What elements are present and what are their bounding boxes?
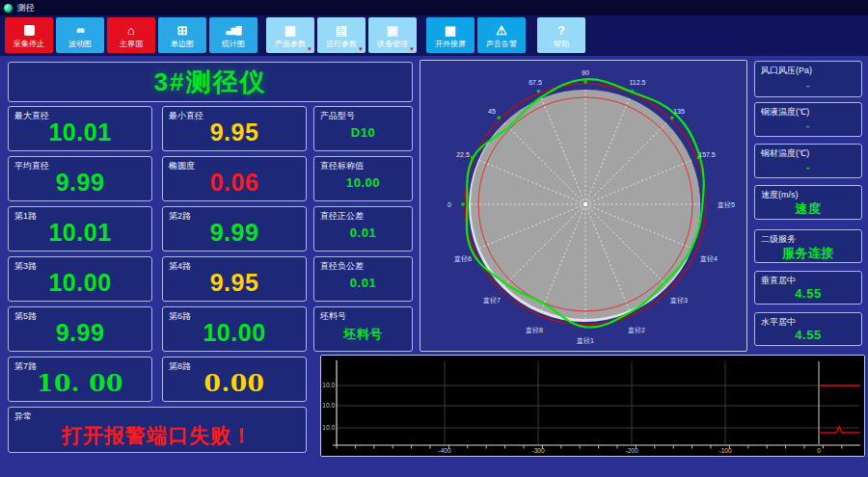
wave-chart-button[interactable]: ılıllı 波动图 <box>56 17 104 53</box>
sound-alarm-button[interactable]: ⚠ 声音告警 <box>477 17 526 53</box>
polar-angle-label: 45 <box>488 108 496 115</box>
button-label: 单边图 <box>171 40 194 48</box>
polar-diameter-label: 直径4 <box>700 255 718 263</box>
single-edge-chart-button[interactable]: ⊞ 单边图 <box>158 17 206 53</box>
trend-x-label: -100 <box>719 447 731 454</box>
trend-y-label: 10.0 <box>322 382 335 388</box>
polar-angle-label: 67.5 <box>529 79 542 86</box>
button-label: 声音告警 <box>486 40 517 48</box>
cross-section-polar-chart: 0 22.5 45 67.5 90 112.5 135 157.5 直径5 直径… <box>420 61 746 351</box>
window-title: 测径 <box>17 4 35 13</box>
cell-value: 4.55 <box>755 328 861 342</box>
dropdown-arrow-icon: ▼ <box>409 46 415 52</box>
waveform-icon: ılıllı <box>76 23 83 38</box>
dropdown-arrow-icon: ▼ <box>307 46 312 52</box>
polar-diameter-label: 直径2 <box>628 327 645 334</box>
trend-x-label: 0 <box>817 447 821 454</box>
button-label: 主界面 <box>120 40 143 48</box>
button-label: 采集停止 <box>14 40 44 48</box>
cell-ovality: 椭圆度 0.06 <box>162 156 307 201</box>
screen-icon: ▩ <box>445 23 456 38</box>
dropdown-arrow-icon: ▼ <box>358 46 364 52</box>
sensor-wind-pressure: 风口风压(Pa) - <box>754 61 862 97</box>
help-icon: ? <box>557 23 565 38</box>
trend-x-label: -200 <box>625 447 637 454</box>
siren-icon: ⚠ <box>496 23 507 38</box>
trend-panel: 10.0 10.0 10.0 -400 -300 -200 -100 0 <box>320 355 865 457</box>
polar-diameter-label: 直径5 <box>718 201 735 209</box>
trend-x-label: -300 <box>531 447 544 454</box>
stop-capture-button[interactable]: 采集停止 <box>5 17 53 53</box>
cell-channel-7: 第7路 10. 00 <box>8 357 152 402</box>
cell-value: 0.00 <box>163 369 306 397</box>
bar-chart-icon: ▃▆█ <box>227 23 241 38</box>
polar-diameter-label: 直径3 <box>670 297 688 305</box>
button-label: 帮助 <box>554 40 569 48</box>
diameter-gauge-app: { "window": { "title": "测径" }, "toolbar"… <box>0 0 868 477</box>
cell-value: 服务连接 <box>755 245 861 262</box>
cell-value: - <box>755 119 861 131</box>
polar-angle-label: 90 <box>582 69 589 76</box>
cell-label: 坯料号 <box>320 310 346 323</box>
device-manage-button[interactable]: ▣ 设备管理 ▼ <box>368 17 417 53</box>
alarm-message: 打开报警端口失败！ <box>9 422 306 449</box>
quad-view-icon: ⊞ <box>177 23 188 38</box>
polar-angle-label: 135 <box>673 108 685 115</box>
polar-angle-label: 0 <box>448 201 451 208</box>
cell-channel-6: 第6路 10.00 <box>162 306 307 352</box>
device-icon: ▣ <box>387 23 398 38</box>
cell-channel-1: 第1路 10.01 <box>8 206 152 252</box>
button-label: 统计图 <box>222 40 245 48</box>
cell-value: 坯料号 <box>314 326 412 343</box>
cell-max-diameter: 最大直径 10.01 <box>8 106 152 151</box>
cell-value: 0.01 <box>314 225 412 240</box>
trend-x-label: -400 <box>438 447 450 454</box>
product-params-button[interactable]: ▦ 产品参数 ▼ <box>266 17 314 53</box>
cell-value: 10.00 <box>9 269 151 297</box>
statistics-chart-button[interactable]: ▃▆█ 统计图 <box>209 17 258 53</box>
cell-value: 9.95 <box>163 269 306 297</box>
sensor-copper-material-temp: 铜材温度(℃) - <box>754 144 862 178</box>
polar-angle-label: 112.5 <box>630 79 646 86</box>
cell-value: D10 <box>314 125 412 140</box>
cell-value: - <box>755 161 861 172</box>
cell-nominal-diameter: 直径标称值 10.00 <box>313 156 413 201</box>
cell-value: 4.55 <box>755 286 861 301</box>
cell-value: 10.00 <box>314 175 412 190</box>
cell-value: 10. 00 <box>9 369 151 397</box>
cell-value: 0.06 <box>163 169 306 197</box>
cell-value: - <box>755 79 861 91</box>
center-point <box>583 202 587 206</box>
cell-value: 10.00 <box>163 319 306 347</box>
app-icon <box>4 4 13 13</box>
gauge-title: 3#测径仪 <box>8 62 413 102</box>
cell-tolerance-plus: 直径正公差 0.01 <box>313 206 413 252</box>
help-button[interactable]: ? 帮助 <box>537 17 585 53</box>
horizontal-centering: 水平居中 4.55 <box>754 312 862 346</box>
polar-diameter-label: 直径8 <box>526 327 543 334</box>
polar-diameter-label: 直径1 <box>577 337 594 345</box>
cell-label: 直径标称值 <box>320 160 364 172</box>
button-label: 开外接屏 <box>435 40 466 48</box>
button-label: 运行参数 <box>326 40 357 48</box>
cell-channel-4: 第4路 9.95 <box>162 256 307 302</box>
cell-label: 铜材温度(℃) <box>761 147 809 160</box>
trend-chart: 10.0 10.0 10.0 -400 -300 -200 -100 0 <box>321 356 864 456</box>
external-screen-button[interactable]: ▩ 开外接屏 <box>426 17 475 53</box>
run-params-button[interactable]: ▤ 运行参数 ▼ <box>317 17 366 53</box>
cell-value: 速度 <box>755 200 861 218</box>
toolbar: 采集停止 ılıllı 波动图 ⌂ 主界面 ⊞ 单边图 ▃▆█ 统计图 ▦ 产品… <box>0 15 868 56</box>
sensor-copper-liquid-temp: 铜液温度(℃) - <box>754 102 862 137</box>
stop-icon <box>24 23 35 38</box>
polar-diameter-label: 直径7 <box>483 297 501 305</box>
cell-value: 9.99 <box>163 219 306 247</box>
button-label: 波动图 <box>68 40 92 48</box>
cell-value: 9.99 <box>9 169 151 197</box>
main-screen-button[interactable]: ⌂ 主界面 <box>107 17 155 53</box>
trend-y-label: 10.0 <box>322 424 335 431</box>
cell-label: 风口风压(Pa) <box>761 65 812 77</box>
cross-section-panel: 0 22.5 45 67.5 90 112.5 135 157.5 直径5 直径… <box>420 60 747 352</box>
polar-diameter-label: 直径6 <box>454 255 472 263</box>
cell-channel-8: 第8路 0.00 <box>162 357 307 402</box>
vertical-centering: 垂直居中 4.55 <box>754 271 862 305</box>
